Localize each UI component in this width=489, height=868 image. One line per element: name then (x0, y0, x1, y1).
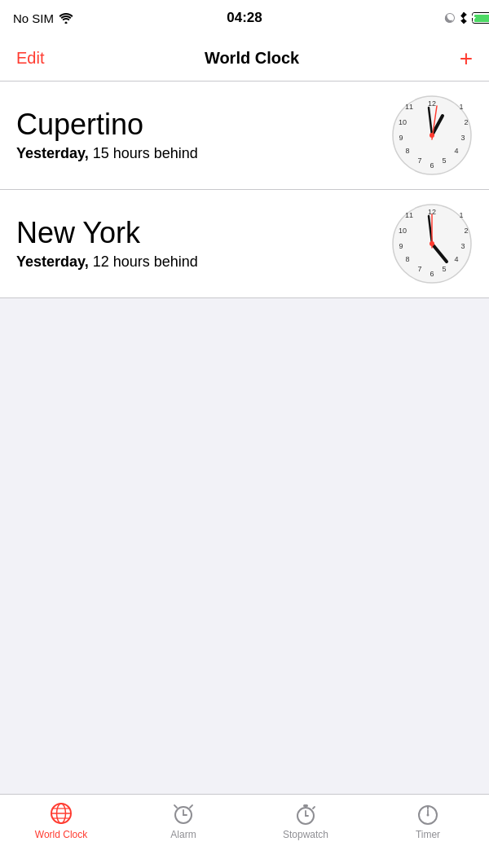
clock-info-newyork: New York Yesterday, 12 hours behind (16, 217, 391, 271)
edit-button[interactable]: Edit (16, 49, 44, 68)
tab-bar: World Clock Alarm Stopwat (0, 794, 489, 868)
svg-text:6: 6 (430, 270, 434, 278)
bluetooth-icon (460, 11, 468, 24)
nav-bar: Edit World Clock + (0, 36, 489, 82)
svg-text:5: 5 (442, 156, 446, 165)
svg-line-50 (313, 807, 315, 809)
svg-point-17 (430, 133, 434, 138)
tab-alarm[interactable]: Alarm (122, 801, 244, 840)
svg-text:2: 2 (464, 227, 468, 235)
svg-text:6: 6 (430, 161, 434, 170)
svg-line-43 (174, 805, 177, 808)
svg-point-34 (430, 241, 434, 246)
status-time: 04:28 (227, 10, 262, 26)
battery-icon (472, 12, 476, 24)
svg-text:12: 12 (428, 99, 436, 108)
stopwatch-icon (293, 801, 318, 826)
svg-text:5: 5 (442, 265, 446, 273)
svg-text:8: 8 (405, 255, 409, 263)
tab-timer[interactable]: Timer (367, 801, 489, 840)
svg-text:8: 8 (405, 147, 409, 155)
svg-point-0 (65, 22, 68, 24)
svg-rect-46 (303, 804, 308, 807)
tab-label-stopwatch: Stopwatch (283, 829, 328, 840)
world-clock-icon (49, 801, 73, 826)
wifi-icon (59, 12, 73, 24)
tab-label-timer: Timer (416, 829, 440, 840)
alarm-icon (171, 801, 196, 826)
status-left: No SIM (13, 11, 73, 25)
carrier-label: No SIM (13, 11, 54, 25)
svg-text:7: 7 (417, 265, 421, 273)
clock-item-newyork: New York Yesterday, 12 hours behind 12 1… (0, 190, 489, 298)
tab-label-world-clock: World Clock (35, 829, 87, 840)
status-right (444, 11, 476, 24)
time-info-newyork: Yesterday, 12 hours behind (16, 253, 391, 271)
time-info-cupertino: Yesterday, 15 hours behind (16, 145, 391, 162)
moon-icon (444, 12, 456, 24)
svg-text:3: 3 (460, 134, 465, 142)
city-label-cupertino: Cupertino (16, 108, 391, 141)
svg-text:1: 1 (459, 103, 463, 111)
tab-label-alarm: Alarm (170, 829, 196, 840)
svg-text:4: 4 (454, 255, 458, 263)
timer-icon (416, 801, 440, 826)
analog-clock-newyork: 12 1 2 3 4 5 6 7 8 9 10 11 (391, 203, 473, 284)
tab-world-clock[interactable]: World Clock (0, 801, 122, 840)
svg-point-54 (427, 814, 430, 817)
svg-text:11: 11 (405, 211, 413, 219)
svg-text:4: 4 (454, 147, 458, 155)
svg-line-44 (190, 805, 192, 808)
svg-text:9: 9 (399, 242, 403, 250)
svg-text:10: 10 (399, 227, 407, 235)
svg-text:11: 11 (405, 103, 413, 111)
add-button[interactable]: + (460, 47, 473, 70)
page-title: World Clock (205, 49, 299, 68)
svg-text:10: 10 (399, 118, 407, 126)
empty-area (0, 298, 489, 698)
svg-text:9: 9 (399, 134, 403, 142)
city-label-newyork: New York (16, 217, 391, 249)
charging-icon (469, 12, 476, 24)
analog-clock-cupertino: 12 1 2 3 4 5 6 7 8 9 10 11 (391, 95, 473, 176)
svg-text:7: 7 (417, 156, 421, 165)
svg-text:2: 2 (464, 118, 468, 126)
clock-list: Cupertino Yesterday, 15 hours behind 12 … (0, 82, 489, 298)
svg-text:3: 3 (460, 242, 465, 250)
status-bar: No SIM 04:28 (0, 0, 489, 36)
svg-text:1: 1 (459, 211, 463, 219)
tab-stopwatch[interactable]: Stopwatch (244, 801, 367, 840)
clock-item-cupertino: Cupertino Yesterday, 15 hours behind 12 … (0, 82, 489, 190)
clock-info-cupertino: Cupertino Yesterday, 15 hours behind (16, 108, 391, 163)
